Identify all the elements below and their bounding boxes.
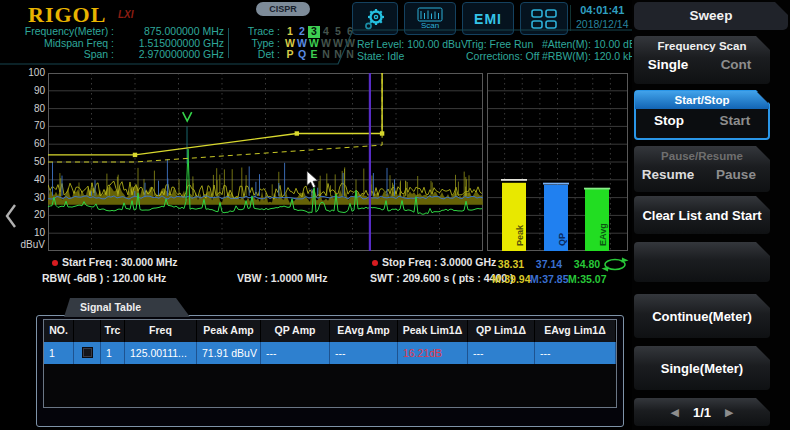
vbw-readout: VBW : 1.0000 MHz (237, 272, 327, 284)
table-cell: --- (261, 342, 330, 364)
column-header: Peak Amp (197, 320, 261, 342)
peak-marker (183, 112, 192, 121)
header-outline (0, 0, 632, 66)
column-header: Freq (125, 320, 197, 342)
y-axis-tick: 100 (15, 67, 45, 78)
column-header: QP Amp (261, 320, 330, 342)
start-freq: Start Freq : 30.000 MHz (62, 256, 178, 268)
freq-scan-cont[interactable]: Cont (702, 57, 770, 72)
y-axis-tick: 90 (15, 85, 45, 96)
table-cell: 125.00111... (125, 342, 197, 364)
table-cell: 1 (44, 342, 74, 364)
y-axis-tick: 10 (15, 227, 45, 238)
table-cell: 71.91 dBuV (197, 342, 261, 364)
pause-resume-toggle[interactable]: Pause/Resume Resume Pause (634, 146, 770, 192)
table-cell: 16.21dB (398, 342, 468, 364)
start-stop-header: Start/Stop (635, 91, 769, 109)
emi-analyzer-screen: RIGOL LXI CISPR (0, 0, 790, 430)
page-navigator[interactable]: ◀ 1/1 ▶ (634, 398, 770, 426)
table-cell: --- (535, 342, 616, 364)
mouse-cursor (306, 170, 320, 189)
signal-table-tab[interactable]: Signal Table (64, 298, 190, 317)
table-cell: --- (468, 342, 535, 364)
freq-scan-toggle[interactable]: Frequency Scan Single Cont (634, 36, 770, 84)
y-axis-tick: 30 (15, 192, 45, 203)
page-indicator: 1/1 (693, 405, 711, 420)
clear-list-start-button[interactable]: Clear List and Start (634, 196, 770, 234)
y-axis-tick: 40 (15, 174, 45, 185)
start-stop-toggle[interactable]: Start/Stop Stop Start (634, 90, 770, 140)
y-axis-tick: 70 (15, 120, 45, 131)
table-cell: --- (330, 342, 398, 364)
signal-table-row[interactable]: 11125.00111...71.91 dBuV------16.21dB---… (44, 342, 616, 364)
signal-table-body: 11125.00111...71.91 dBuV------16.21dB---… (44, 342, 616, 364)
sweep-resume[interactable]: Resume (634, 167, 702, 182)
left-chevron-icon[interactable] (3, 202, 19, 230)
signal-table-header: NO.TrcFreqPeak AmpQP AmpEAvg AmpPeak Lim… (44, 320, 616, 342)
row-checkbox[interactable] (82, 347, 93, 358)
single-meter-button[interactable]: Single(Meter) (634, 346, 770, 390)
y-axis-unit: dBuV (12, 239, 45, 250)
column-header: EAvg Lim1Δ (535, 320, 616, 342)
sidebar-menu: Sweep Frequency Scan Single Cont Start/S… (632, 0, 790, 430)
table-cell: 1 (101, 342, 125, 364)
table-cell (74, 342, 101, 364)
chart-region: 100908070605040302010 dBuV PeakQPEAvg (0, 62, 632, 255)
y-axis-tick: 50 (15, 156, 45, 167)
spectrum-plot (48, 73, 483, 251)
blank-softkey[interactable] (634, 242, 770, 282)
column-header: NO. (44, 320, 74, 342)
y-axis-tick: 80 (15, 103, 45, 114)
column-header: Peak Lim1Δ (398, 320, 468, 342)
sync-loop-icon[interactable] (601, 257, 629, 272)
stop-freq: Stop Freq : 3.0000 GHz (382, 256, 496, 268)
meter-bars-plot: PeakQPEAvg (487, 73, 628, 251)
limit-line-solid (48, 73, 382, 155)
y-axis-tick: 60 (15, 138, 45, 149)
sweep-pause[interactable]: Pause (702, 167, 770, 182)
freq-scan-single[interactable]: Single (634, 57, 702, 72)
meter-readout: 37.14M:37.85 (530, 257, 568, 287)
stop-freq-dot (372, 260, 378, 266)
column-header: QP Lim1Δ (468, 320, 535, 342)
next-page-icon[interactable]: ▶ (725, 406, 733, 419)
signal-table: NO.TrcFreqPeak AmpQP AmpEAvg AmpPeak Lim… (43, 319, 617, 408)
y-axis-tick: 20 (15, 209, 45, 220)
column-header: EAvg Amp (330, 320, 398, 342)
meter-readout: 38.31M:39.94 (492, 257, 530, 287)
sweep-stop[interactable]: Stop (636, 113, 702, 128)
prev-page-icon[interactable]: ◀ (670, 406, 678, 419)
sweep-start[interactable]: Start (702, 113, 768, 128)
meter-bar-label: EAvg (598, 223, 608, 246)
meter-readouts: 38.31M:39.9437.14M:37.8534.80M:35.07 (492, 257, 600, 287)
limit-line-dashed (48, 73, 382, 162)
freq-scan-header: Frequency Scan (634, 36, 770, 52)
meter-bar-label: QP (557, 233, 567, 246)
continue-meter-button[interactable]: Continue(Meter) (634, 294, 770, 338)
pause-resume-header: Pause/Resume (634, 146, 770, 162)
column-header (74, 320, 101, 342)
start-freq-dot (52, 260, 58, 266)
meter-bar-label: Peak (515, 224, 525, 246)
menu-title: Sweep (634, 2, 788, 30)
rbw-readout: RBW( -6dB ) : 120.00 kHz (42, 272, 166, 284)
column-header: Trc (101, 320, 125, 342)
